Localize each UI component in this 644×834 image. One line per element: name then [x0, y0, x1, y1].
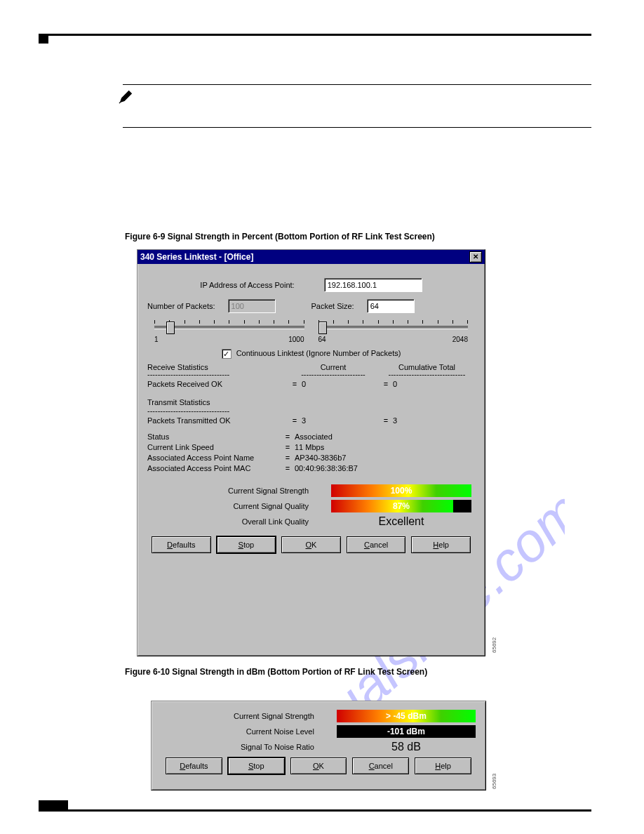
- stop-button[interactable]: Stop: [217, 536, 276, 553]
- snr-label: Signal To Noise Ratio: [161, 743, 337, 751]
- ip-address-input[interactable]: [324, 278, 422, 292]
- figure-10-caption: Figure 6-10 Signal Strength in dBm (Bott…: [125, 667, 588, 677]
- tx-ok-total: 3: [393, 416, 435, 425]
- overall-value: Excellent: [331, 515, 471, 528]
- tx-header: Transmit Statistics: [147, 398, 475, 406]
- signal-strength-bar: 100%: [331, 484, 471, 497]
- close-icon[interactable]: ✕: [469, 251, 482, 263]
- dbm-panel: Current Signal Strength > -45 dBm Curren…: [151, 701, 486, 790]
- ip-label: IP Address of Access Point:: [200, 281, 294, 289]
- continuous-label: Continuous Linktest (Ignore Number of Pa…: [236, 349, 401, 357]
- note-block: [123, 84, 591, 170]
- ok-button[interactable]: OK: [281, 536, 341, 553]
- figure-9-caption: Figure 6-9 Signal Strength in Percent (B…: [125, 232, 435, 241]
- status-value: Associated: [295, 432, 333, 442]
- window-title: 340 Series Linktest - [Office]: [140, 250, 253, 264]
- pencil-icon: [119, 88, 134, 104]
- top-rule: [39, 34, 591, 36]
- noise-label: Current Noise Level: [161, 727, 337, 736]
- ok-button-2[interactable]: OK: [290, 757, 347, 774]
- status-label: Status: [147, 432, 281, 442]
- signal-quality-label: Current Signal Quality: [147, 502, 331, 510]
- defaults-button-2[interactable]: Defaults: [166, 757, 222, 774]
- bottom-rule: [39, 809, 591, 812]
- slider1-min: 1: [154, 336, 159, 343]
- apname-value: AP340-3836b7: [295, 453, 346, 463]
- overall-label: Overall Link Quality: [147, 517, 331, 526]
- signal-strength-label: Current Signal Strength: [147, 486, 331, 495]
- slider2-min: 64: [318, 336, 326, 343]
- rx-ok-total: 0: [393, 380, 435, 388]
- help-button[interactable]: Help: [411, 536, 471, 553]
- rx-ok-current: 0: [302, 380, 379, 388]
- continuous-checkbox[interactable]: [222, 349, 232, 359]
- stop-button-2[interactable]: Stop: [228, 757, 285, 774]
- dbm-strength-label: Current Signal Strength: [161, 712, 337, 720]
- note-top-rule: [123, 84, 591, 85]
- num-packets-slider[interactable]: [154, 319, 304, 334]
- window-body: IP Address of Access Point: Number of Pa…: [137, 264, 485, 560]
- packet-size-label: Packet Size:: [311, 302, 354, 310]
- signal-strength-value: 100%: [331, 484, 471, 497]
- signal-quality-bar: 87%: [331, 500, 471, 512]
- cancel-button[interactable]: Cancel: [347, 536, 406, 553]
- num-packets-label: Number of Packets:: [147, 302, 215, 310]
- window-titlebar[interactable]: 340 Series Linktest - [Office] ✕: [137, 250, 485, 264]
- slider2-max: 2048: [452, 336, 468, 343]
- tx-ok-current: 3: [302, 416, 379, 425]
- speed-value: 11 Mbps: [295, 442, 324, 453]
- signal-quality-value: 87%: [331, 500, 471, 512]
- dbm-strength-bar: > -45 dBm: [337, 710, 476, 722]
- slider1-max: 1000: [288, 336, 304, 343]
- apname-label: Associated Access Point Name: [147, 453, 281, 463]
- page: manualshive.com Figure 6-9 Signal Streng…: [0, 0, 644, 834]
- speed-label: Current Link Speed: [147, 442, 281, 453]
- packet-size-slider[interactable]: [318, 319, 469, 334]
- snr-value: 58 dB: [337, 741, 476, 753]
- packet-size-input[interactable]: [367, 299, 415, 313]
- figure-sidenum-2: 65693: [491, 774, 497, 789]
- noise-bar: -101 dBm: [337, 725, 476, 738]
- defaults-button[interactable]: DDefaultsefaults: [152, 536, 211, 553]
- svg-line-1: [119, 102, 121, 103]
- note-bottom-rule: [123, 127, 591, 128]
- help-button-2[interactable]: Help: [415, 757, 471, 774]
- rx-ok-label: Packets Received OK: [147, 380, 288, 388]
- figure-sidenum-1: 65692: [491, 637, 497, 653]
- apmac-label: Associated Access Point MAC: [147, 463, 281, 474]
- cancel-button-2[interactable]: Cancel: [352, 757, 409, 774]
- linktest-window: 340 Series Linktest - [Office] ✕ IP Addr…: [137, 249, 485, 656]
- apmac-value: 00:40:96:38:36:B7: [295, 463, 358, 474]
- dbm-strength-value: > -45 dBm: [337, 710, 476, 722]
- tx-ok-label: Packets Transmitted OK: [147, 416, 288, 425]
- noise-value: -101 dBm: [337, 725, 476, 738]
- num-packets-input: [228, 299, 276, 313]
